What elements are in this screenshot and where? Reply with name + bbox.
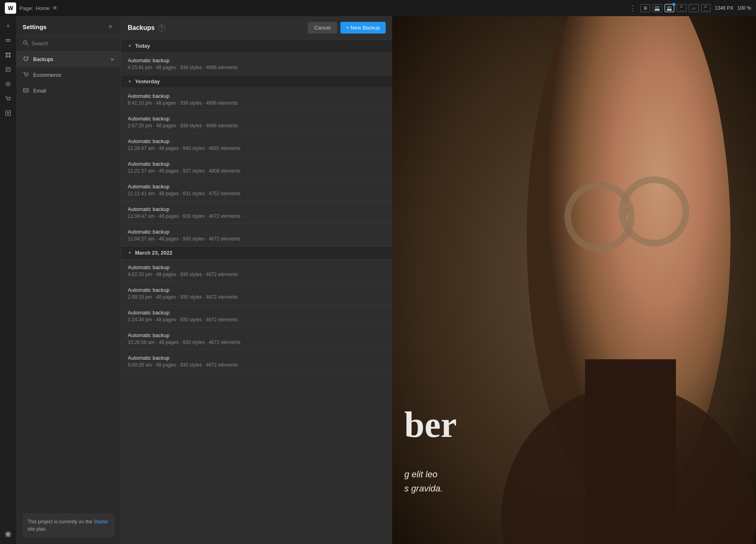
svg-rect-6 [6,67,10,72]
backups-header: Backups ? Cancel + New Backup [121,16,392,40]
dots-menu[interactable]: ⋮ [629,4,636,13]
zoom-level: 100 % [737,5,751,11]
svg-rect-8 [7,70,8,70]
backup-item-meta: 2:07:28 pm · 48 pages · 938 styles · 489… [128,123,386,129]
search-bar: Search [16,36,121,51]
device-phone[interactable]: 📱 [701,4,711,12]
device-laptop[interactable]: 💻 [653,4,662,12]
svg-rect-0 [6,39,11,40]
info-text-suffix: site plan. [27,526,47,532]
backup-item-title: Automatic backup [128,138,386,144]
group-chevron: ▼ [128,44,132,48]
backup-item-title: Automatic backup [128,161,386,167]
backup-item-meta: 11:04:47 am · 48 pages · 930 styles · 46… [128,213,386,219]
svg-rect-24 [585,359,676,544]
svg-point-19 [27,76,27,77]
backup-item[interactable]: Automatic backup 2:00:15 pm · 48 pages ·… [121,282,392,305]
hero-bg [392,16,756,544]
hero-overlay-text: ber [404,407,457,443]
page-size: 1346 PX [715,5,733,11]
layers-icon[interactable] [2,34,15,47]
hero-big-text: ber [404,407,457,443]
svg-rect-1 [6,41,11,42]
add-icon[interactable]: + [2,19,15,32]
eye-icon[interactable]: 👁 [52,5,58,11]
svg-rect-7 [7,69,9,69]
settings-icon[interactable] [2,528,15,541]
backup-item[interactable]: Automatic backup 4:15:41 pm · 48 pages ·… [121,53,392,75]
settings-header: Settings × [16,16,121,36]
components-icon[interactable] [2,48,15,61]
backup-item[interactable]: Automatic backup 2:07:28 pm · 48 pages ·… [121,111,392,133]
group-header-2[interactable]: ▼March 23, 2022 [121,247,392,259]
group-label: March 23, 2022 [135,250,173,256]
group-header-1[interactable]: ▼Yesterday [121,75,392,88]
search-icon [23,40,28,47]
backup-item[interactable]: Automatic backup 11:21:37 am · 48 pages … [121,156,392,179]
nav-item-backups[interactable]: Backups ▶ [16,51,121,67]
backup-item-meta: 11:11:41 am · 48 pages · 931 styles · 47… [128,191,386,196]
device-laptop-active[interactable]: 💻 [665,4,674,12]
backup-item-title: Automatic backup [128,264,386,270]
logo: W [5,2,16,14]
settings-nav: Backups ▶ Ecommerce Email [16,51,121,507]
search-input[interactable]: Search [32,40,48,46]
help-icon[interactable]: ? [158,24,165,32]
device-phone-small[interactable]: ▭ [689,4,699,12]
svg-rect-3 [8,53,11,55]
backup-item-title: Automatic backup [128,183,386,190]
backup-item[interactable]: Automatic backup 11:28:47 am · 48 pages … [121,133,392,156]
group-chevron: ▼ [128,251,132,255]
settings-title: Settings [23,23,46,30]
backup-item-title: Automatic backup [128,116,386,122]
backup-item-title: Automatic backup [128,310,386,316]
backup-item[interactable]: Automatic backup 10:26:58 am · 48 pages … [121,327,392,350]
backup-item[interactable]: Automatic backup 11:04:27 am · 48 pages … [121,224,392,247]
top-bar: W Page: Home 👁 ⋮ 🖥 💻 💻 📱 ▭ 📱 1346 PX 100… [0,0,756,16]
device-desktop[interactable]: 🖥 [640,4,650,12]
starter-plan-link[interactable]: Starter [93,519,108,525]
nav-label-backups: Backups [33,56,53,62]
backup-item-meta: 2:00:15 pm · 48 pages · 930 styles · 467… [128,294,386,300]
info-text-prefix: This project is currently on the [27,519,93,525]
close-button[interactable]: × [106,23,114,31]
group-label: Yesterday [135,78,160,84]
svg-rect-20 [23,89,28,92]
page-name: Home [36,5,50,11]
backups-nav-icon [23,55,29,63]
device-icons: 🖥 💻 💻 📱 ▭ 📱 [640,4,711,12]
backup-item-meta: 6:41:10 pm · 48 pages · 938 styles · 489… [128,100,386,106]
svg-point-16 [23,41,27,44]
nav-item-email[interactable]: Email [16,83,121,99]
svg-point-11 [7,100,8,101]
svg-point-12 [9,100,10,101]
backup-item-meta: 4:15:41 pm · 48 pages · 938 styles · 489… [128,65,386,70]
main-content: Home Ab [392,16,756,544]
cancel-button[interactable]: Cancel [308,22,337,34]
backup-item[interactable]: Automatic backup 9:00:28 am · 48 pages ·… [121,350,392,373]
ecommerce-icon[interactable] [2,92,15,105]
backup-item-meta: 11:28:47 am · 48 pages · 940 styles · 48… [128,145,386,151]
svg-point-18 [25,76,26,77]
group-header-0[interactable]: ▼Today [121,40,392,53]
nav-item-ecommerce[interactable]: Ecommerce [16,67,121,83]
device-tablet[interactable]: 📱 [677,4,686,12]
backup-item[interactable]: Automatic backup 11:04:47 am · 48 pages … [121,201,392,224]
group-label: Today [135,43,150,49]
backup-item-title: Automatic backup [128,355,386,361]
hero-sub-line2: s gravida. [404,481,443,496]
backup-item[interactable]: Automatic backup 1:24:34 pm · 48 pages ·… [121,305,392,327]
cart-icon[interactable] [2,107,15,120]
new-backup-button[interactable]: + New Backup [340,22,386,34]
svg-rect-5 [8,55,11,57]
nav-arrow-backups: ▶ [111,57,114,62]
hero-sub-text: g elit leo s gravida. [404,467,443,496]
svg-line-17 [27,44,28,46]
assets-icon[interactable] [2,78,15,91]
backup-item[interactable]: Automatic backup 4:02:33 pm · 48 pages ·… [121,259,392,282]
pages-icon[interactable] [2,63,15,76]
page-label: Page: [19,5,33,11]
plan-info-box: This project is currently on the Starter… [23,513,114,538]
backup-item[interactable]: Automatic backup 6:41:10 pm · 48 pages ·… [121,88,392,111]
backup-item[interactable]: Automatic backup 11:11:41 am · 48 pages … [121,179,392,201]
